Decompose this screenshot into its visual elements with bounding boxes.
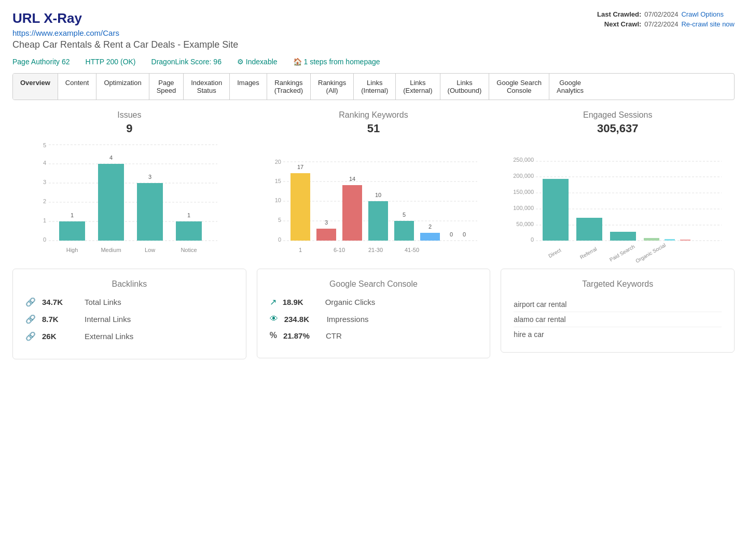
bar-rank21-30b: [368, 201, 388, 241]
svg-text:4: 4: [43, 160, 46, 166]
issues-title: Issues: [12, 110, 246, 120]
svg-text:0: 0: [278, 236, 281, 243]
svg-text:1: 1: [71, 212, 74, 218]
gsc-ctr-value: 21.87%: [283, 331, 320, 340]
svg-text:High: High: [66, 247, 78, 253]
backlinks-title: Backlinks: [25, 279, 233, 289]
gsc-clicks-row: ↗ 18.9K Organic Clicks: [270, 297, 478, 307]
svg-text:100,000: 100,000: [513, 205, 534, 211]
tab-content[interactable]: Content: [58, 74, 97, 100]
gsc-ctr-label: CTR: [326, 331, 342, 340]
metric-dragonlink: DragonLink Score: 96: [151, 58, 222, 66]
tab-gsc[interactable]: Google SearchConsole: [489, 74, 549, 100]
svg-text:5: 5: [43, 142, 46, 148]
backlinks-total-value: 34.7K: [42, 298, 78, 306]
backlinks-internal-value: 8.7K: [42, 315, 78, 324]
last-crawled-date: 07/02/2024: [644, 10, 678, 18]
svg-text:0: 0: [43, 236, 46, 243]
backlinks-total-label: Total Links: [85, 298, 121, 306]
keywords-title: Targeted Keywords: [514, 279, 722, 289]
svg-text:1: 1: [43, 217, 46, 223]
svg-text:14: 14: [349, 176, 355, 182]
bar-extra1: [665, 239, 675, 241]
page-url[interactable]: https://www.example.com/Cars: [12, 29, 238, 37]
gsc-card: Google Search Console ↗ 18.9K Organic Cl…: [257, 269, 491, 358]
charts-row-bottom: Backlinks 🔗 34.7K Total Links 🔗 8.7K Int…: [12, 269, 735, 359]
header-right: Last Crawled: 07/02/2024 Crawl Options N…: [594, 10, 735, 30]
bar-referral: [576, 218, 602, 241]
backlinks-external-icon: 🔗: [25, 331, 36, 341]
tab-page-speed[interactable]: PageSpeed: [149, 74, 184, 100]
tab-images[interactable]: Images: [230, 74, 267, 100]
keywords-card: Targeted Keywords airport car rental ala…: [501, 269, 735, 353]
tab-optimization[interactable]: Optimization: [96, 74, 149, 100]
gsc-clicks-icon: ↗: [270, 297, 276, 307]
bar-extra2: [680, 240, 690, 241]
svg-text:Low: Low: [145, 247, 155, 253]
tab-rankings-tracked[interactable]: Rankings(Tracked): [267, 74, 311, 100]
tab-rankings-all[interactable]: Rankings(All): [311, 74, 354, 100]
backlinks-internal-icon: 🔗: [25, 314, 36, 324]
svg-text:5: 5: [403, 212, 406, 218]
charts-row-top: Issues 9 0 1 2 3 4 5 1 H: [12, 110, 735, 256]
bar-low: [137, 183, 163, 241]
bar-rank21-30a: [342, 185, 362, 241]
next-crawl-date: 07/22/2024: [644, 20, 678, 28]
metric-page-authority[interactable]: Page Authority 62: [12, 58, 70, 66]
metric-steps: 🏠 1 steps from homepage: [293, 58, 380, 66]
sessions-total: 305,637: [501, 122, 735, 135]
svg-text:41-50: 41-50: [405, 247, 419, 253]
gsc-title: Google Search Console: [270, 279, 478, 289]
svg-text:Paid Search: Paid Search: [608, 244, 636, 263]
rankings-panel: Ranking Keywords 51 0 5 10 15 20 17: [257, 110, 491, 256]
keyword-1: airport car rental: [514, 297, 722, 312]
backlinks-panel: Backlinks 🔗 34.7K Total Links 🔗 8.7K Int…: [12, 269, 246, 359]
sessions-chart-svg: 0 50,000 100,000 150,000 200,000 250,000…: [509, 141, 727, 255]
issues-chart-svg: 0 1 2 3 4 5 1 High 4: [31, 141, 228, 255]
svg-text:4: 4: [109, 155, 113, 161]
crawl-options-link[interactable]: Crawl Options: [681, 10, 724, 18]
recrawl-link[interactable]: Re-crawl site now: [681, 20, 735, 28]
bar-medium: [98, 164, 124, 241]
svg-text:Notice: Notice: [181, 247, 197, 253]
gsc-clicks-label: Organic Clicks: [325, 298, 376, 306]
issues-panel: Issues 9 0 1 2 3 4 5 1 H: [12, 110, 246, 256]
metrics-bar: Page Authority 62 HTTP 200 (OK) DragonLi…: [12, 58, 735, 66]
bar-paid-search: [610, 232, 636, 241]
metric-http-status: HTTP 200 (OK): [86, 58, 136, 66]
backlinks-internal-label: Internal Links: [85, 315, 131, 324]
svg-text:5: 5: [278, 217, 281, 223]
tab-overview[interactable]: Overview: [13, 74, 58, 100]
keyword-2: alamo car rental: [514, 312, 722, 327]
bar-high: [59, 221, 85, 241]
keyword-3: hire a car: [514, 327, 722, 342]
gsc-ctr-row: % 21.87% CTR: [270, 331, 478, 340]
bar-direct: [543, 179, 569, 241]
backlinks-total-icon: 🔗: [25, 297, 36, 307]
backlinks-external-label: External Links: [85, 332, 133, 341]
svg-text:20: 20: [275, 159, 281, 165]
bar-rank41-50b: [420, 233, 440, 241]
bar-organic-social: [644, 238, 659, 241]
metric-indexable: ⚙ Indexable: [237, 58, 278, 66]
tab-links-external[interactable]: Links(External): [396, 74, 440, 100]
svg-text:10: 10: [275, 197, 281, 203]
svg-text:15: 15: [275, 178, 281, 184]
svg-text:3: 3: [148, 174, 151, 180]
svg-text:3: 3: [325, 219, 328, 226]
backlinks-external-value: 26K: [42, 332, 78, 341]
tab-links-internal[interactable]: Links(Internal): [354, 74, 396, 100]
svg-text:17: 17: [297, 164, 303, 170]
keywords-panel: Targeted Keywords airport car rental ala…: [501, 269, 735, 359]
tab-ga[interactable]: GoogleAnalytics: [549, 74, 591, 100]
backlinks-total-row: 🔗 34.7K Total Links: [25, 297, 233, 307]
rankings-chart-svg: 0 5 10 15 20 17 1 3: [265, 141, 482, 255]
backlinks-internal-row: 🔗 8.7K Internal Links: [25, 314, 233, 324]
svg-text:150,000: 150,000: [513, 189, 534, 195]
next-crawl-label: Next Crawl:: [594, 20, 641, 28]
svg-text:1: 1: [187, 212, 190, 218]
gsc-clicks-value: 18.9K: [283, 298, 319, 306]
tab-indexation-status[interactable]: IndexationStatus: [184, 74, 230, 100]
bar-rank41-50a: [394, 221, 414, 241]
tab-links-outbound[interactable]: Links(Outbound): [440, 74, 490, 100]
